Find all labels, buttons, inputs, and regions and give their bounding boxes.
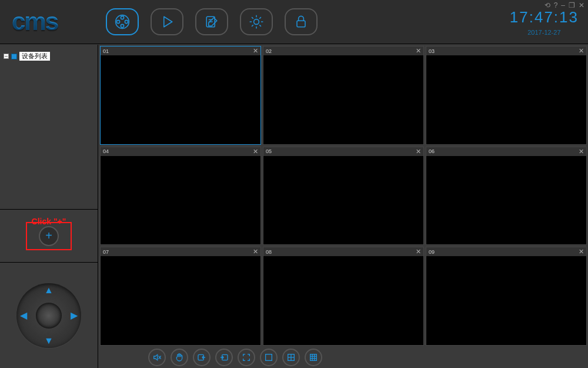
video-cell-number: 07 (103, 249, 109, 255)
svg-rect-19 (310, 354, 317, 361)
video-cell-number: 02 (266, 48, 272, 54)
lock-icon (293, 14, 309, 30)
video-cell-number: 09 (429, 249, 435, 255)
video-cell-number: 06 (429, 148, 435, 154)
video-cell-02[interactable]: 02✕ (263, 46, 424, 145)
ptz-center-button[interactable] (36, 303, 62, 329)
layout-1-button[interactable] (260, 349, 278, 366)
film-reel-icon (114, 14, 131, 30)
video-cell-03[interactable]: 03✕ (426, 46, 587, 145)
hand-button[interactable] (171, 349, 188, 366)
add-device-zone: Click "+" + (0, 210, 98, 263)
video-cell-number: 01 (103, 48, 109, 54)
mute-button[interactable] (148, 349, 166, 366)
tree-root-label: 设备列表 (19, 52, 50, 61)
record-button[interactable] (106, 8, 139, 35)
refresh-icon[interactable]: ⟲ (544, 1, 550, 9)
ptz-right-button[interactable]: ▶ (68, 310, 80, 321)
add-device-button[interactable]: + (39, 226, 59, 246)
video-cell-close-button[interactable]: ✕ (416, 248, 421, 256)
video-cell-header: 02✕ (263, 47, 423, 55)
video-cell-07[interactable]: 07✕ (100, 247, 261, 346)
layout-9-icon (309, 353, 318, 362)
clock: 17:47:13 2017-12-27 (510, 8, 582, 36)
bottom-toolbar (99, 347, 588, 368)
video-cell-09[interactable]: 09✕ (426, 247, 587, 346)
gear-icon (248, 14, 265, 30)
app-logo: cms (12, 8, 100, 36)
video-cell-close-button[interactable]: ✕ (416, 47, 421, 55)
video-cell-header: 04✕ (101, 147, 260, 156)
svg-marker-5 (164, 16, 172, 27)
clock-date: 2017-12-27 (510, 29, 579, 36)
video-cell-header: 05✕ (263, 147, 423, 156)
import-icon (197, 353, 206, 362)
video-cell-close-button[interactable]: ✕ (253, 47, 258, 55)
collapse-icon[interactable]: – (4, 54, 9, 59)
video-grid: 01✕02✕03✕04✕05✕06✕07✕08✕09✕ (100, 46, 587, 346)
video-cell-close-button[interactable]: ✕ (579, 248, 584, 256)
ptz-zone: ▲ ▼ ◀ ▶ (0, 263, 98, 368)
sidebar: – 设备列表 Click "+" + ▲ ▼ ◀ ▶ (0, 45, 98, 368)
help-icon[interactable]: ? (554, 1, 558, 9)
video-cell-header: 07✕ (101, 247, 260, 256)
add-hint-label: Click "+" (32, 217, 66, 226)
fullscreen-button[interactable] (238, 349, 255, 366)
svg-point-1 (121, 16, 123, 19)
ptz-up-button[interactable]: ▲ (43, 284, 55, 296)
video-cell-header: 01✕ (101, 47, 260, 55)
ptz-control: ▲ ▼ ◀ ▶ (16, 283, 81, 348)
video-cell-06[interactable]: 06✕ (426, 147, 587, 246)
restore-icon[interactable]: ❐ (569, 1, 575, 9)
minimize-icon[interactable]: – (561, 1, 565, 9)
layout-4-icon (286, 353, 296, 362)
layout-9-button[interactable] (305, 349, 322, 366)
lock-button[interactable] (285, 8, 318, 35)
mute-icon (152, 353, 162, 362)
svg-point-3 (116, 20, 119, 23)
settings-button[interactable] (240, 8, 273, 35)
log-button[interactable] (195, 8, 228, 35)
ptz-left-button[interactable]: ◀ (18, 310, 29, 321)
layout-1-icon (264, 353, 273, 362)
video-area: 01✕02✕03✕04✕05✕06✕07✕08✕09✕ (99, 45, 588, 347)
play-icon (159, 14, 175, 30)
fullscreen-icon (242, 353, 251, 362)
video-cell-header: 09✕ (426, 247, 586, 256)
video-cell-close-button[interactable]: ✕ (579, 148, 584, 155)
layout-4-button[interactable] (282, 349, 300, 366)
video-cell-number: 08 (266, 249, 272, 255)
svg-point-2 (121, 24, 123, 27)
snapshot-out-button[interactable] (215, 349, 233, 366)
tree-root[interactable]: – 设备列表 (4, 52, 94, 61)
svg-rect-15 (266, 354, 272, 361)
video-cell-04[interactable]: 04✕ (100, 147, 261, 246)
playback-button[interactable] (151, 8, 183, 35)
video-cell-number: 04 (103, 148, 109, 154)
video-cell-close-button[interactable]: ✕ (253, 248, 258, 256)
edit-note-icon (203, 14, 220, 30)
header: cms 17:47:13 2017-12-27 (0, 0, 588, 44)
video-cell-header: 06✕ (426, 147, 586, 156)
video-cell-close-button[interactable]: ✕ (579, 47, 584, 55)
video-cell-close-button[interactable]: ✕ (253, 148, 258, 155)
device-list-icon (11, 54, 17, 59)
plus-icon: + (45, 229, 52, 242)
svg-point-9 (254, 19, 259, 25)
video-cell-close-button[interactable]: ✕ (416, 148, 421, 155)
hand-icon (175, 353, 184, 362)
ptz-down-button[interactable]: ▼ (43, 335, 55, 347)
close-icon[interactable]: ✕ (579, 1, 584, 9)
snapshot-in-button[interactable] (193, 349, 211, 366)
video-cell-08[interactable]: 08✕ (263, 247, 424, 346)
export-icon (219, 353, 229, 362)
video-cell-header: 03✕ (426, 47, 586, 55)
window-controls: ⟲ ? – ❐ ✕ (544, 1, 584, 9)
device-tree: – 设备列表 (0, 45, 98, 210)
svg-point-0 (116, 15, 129, 29)
video-cell-number: 05 (266, 148, 272, 154)
clock-time: 17:47:13 (510, 8, 579, 26)
svg-rect-10 (297, 21, 305, 27)
video-cell-01[interactable]: 01✕ (100, 46, 261, 145)
video-cell-05[interactable]: 05✕ (263, 147, 424, 246)
